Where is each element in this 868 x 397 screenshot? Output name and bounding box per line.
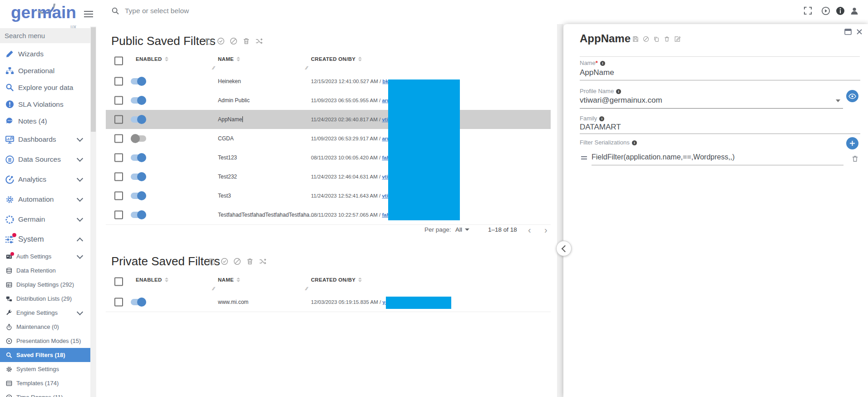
row-checkbox[interactable] <box>114 77 123 86</box>
save-icon[interactable] <box>632 36 639 42</box>
column-resize-handle[interactable]: // <box>305 65 308 70</box>
column-resize-handle[interactable]: // <box>212 65 215 70</box>
add-serialization-button[interactable] <box>846 137 858 149</box>
close-icon[interactable] <box>856 29 863 35</box>
trash-icon[interactable] <box>242 37 250 45</box>
sidebar-scrollbar[interactable] <box>90 26 96 397</box>
disable-ban-icon[interactable] <box>233 258 241 265</box>
sidebar-search-input[interactable]: Search menu <box>0 28 90 43</box>
table-row[interactable]: www.mi.com 12/03/2023 05:19:15.835 AM / … <box>106 293 551 312</box>
sidebar-item-explore-your-data[interactable]: Explore your data <box>0 79 90 96</box>
table-row[interactable]: CGDA 11/09/2023 06:53:29.917 AM / arun <box>106 129 551 149</box>
table-row[interactable]: Test3 11/24/2023 12:52:41.643 AM / vtiw <box>106 186 551 206</box>
column-header-enabled[interactable]: ENABLED <box>136 277 168 283</box>
sidebar-item-engine-settings[interactable]: Engine Settings <box>0 306 90 320</box>
user-profile-icon[interactable] <box>850 6 859 15</box>
sidebar-item-sla-violations[interactable]: SLA Violations <box>0 96 90 113</box>
info-icon[interactable] <box>836 6 845 15</box>
fullscreen-icon[interactable] <box>804 6 813 15</box>
serialization-input[interactable]: FieldFilter(application.name,==,Wordpres… <box>592 153 735 161</box>
table-row[interactable]: Admin Public 11/09/2023 06:55:05.955 AM … <box>106 91 551 110</box>
column-header-created[interactable]: CREATED ON/BY <box>311 277 362 283</box>
column-header-name[interactable]: NAME <box>218 56 240 62</box>
row-checkbox[interactable] <box>114 115 123 124</box>
select-all-checkbox[interactable] <box>114 278 123 286</box>
shuffle-icon[interactable] <box>259 258 266 265</box>
sidebar-item-saved-filters[interactable]: Saved Filters (18) <box>0 348 90 362</box>
row-checkbox[interactable] <box>114 211 123 219</box>
sidebar-item-data-sources[interactable]: Data Sources <box>0 149 90 169</box>
sidebar-item-notes[interactable]: Notes (4) <box>0 113 90 129</box>
table-row[interactable]: Heineken 12/15/2023 12:41:00.527 AM / bk… <box>106 72 551 91</box>
sidebar-item-operational[interactable]: Operational <box>0 62 90 79</box>
sidebar-item-maintenance[interactable]: Maintenance (0) <box>0 320 90 334</box>
enabled-toggle[interactable] <box>131 154 146 161</box>
filter-name-editing[interactable]: AppName <box>218 116 243 123</box>
trash-icon[interactable] <box>246 258 254 265</box>
sidebar-item-time-ranges[interactable]: Time Ranges (11) <box>0 390 90 397</box>
name-field-input[interactable]: AppName <box>580 68 614 77</box>
panel-collapse-button[interactable] <box>556 241 572 256</box>
info-icon[interactable]: i <box>632 140 637 145</box>
enabled-toggle[interactable] <box>131 78 146 84</box>
family-field-input[interactable]: DATAMART <box>580 123 621 132</box>
column-header-enabled[interactable]: ENABLED <box>136 56 168 62</box>
enabled-toggle[interactable] <box>131 97 146 104</box>
column-resize-handle[interactable]: // <box>305 286 308 291</box>
shuffle-icon[interactable] <box>255 37 263 45</box>
copy-icon[interactable] <box>208 258 216 265</box>
table-row[interactable]: TestfahadTestfahadTestfahadTestfaha... 0… <box>106 205 551 225</box>
table-row-selected[interactable]: AppName 11/24/2023 02:36:40.817 AM / vti… <box>106 110 551 129</box>
play-circle-icon[interactable] <box>821 6 830 15</box>
table-row[interactable]: Test123 08/11/2023 10:06:05.420 AM / fah… <box>106 148 551 168</box>
chevron-down-icon[interactable] <box>836 99 840 102</box>
column-header-name[interactable]: NAME <box>218 277 240 283</box>
trash-icon[interactable] <box>664 36 670 42</box>
sidebar-item-system-settings[interactable]: System Settings <box>0 362 90 376</box>
info-icon[interactable]: i <box>616 89 621 94</box>
sidebar-item-wizards[interactable]: Wizards <box>0 45 90 62</box>
delete-serialization-icon[interactable] <box>851 155 859 163</box>
column-resize-handle[interactable]: // <box>212 286 215 291</box>
hamburger-menu-icon[interactable] <box>84 9 93 16</box>
copy-icon[interactable] <box>204 37 212 45</box>
copy-icon[interactable] <box>653 36 660 42</box>
edit-icon[interactable] <box>674 36 681 42</box>
sidebar-item-presentation-modes[interactable]: Presentation Modes (15) <box>0 334 90 348</box>
enabled-toggle[interactable] <box>131 299 146 305</box>
sidebar-item-display-settings[interactable]: Display Settings (292) <box>0 278 90 292</box>
disable-ban-icon[interactable] <box>643 36 649 42</box>
enabled-toggle[interactable] <box>131 174 146 180</box>
enable-check-icon[interactable] <box>217 37 225 45</box>
select-all-checkbox[interactable] <box>114 57 123 65</box>
sidebar-item-data-retention[interactable]: Data Retention <box>0 263 90 278</box>
table-row[interactable]: Test232 11/24/2023 12:46:04.631 AM / vti… <box>106 167 551 187</box>
sidebar-item-distribution-lists[interactable]: Distribution Lists (29) <box>0 292 90 306</box>
enabled-toggle[interactable] <box>131 193 146 199</box>
enabled-toggle[interactable] <box>131 212 146 218</box>
info-icon[interactable]: i <box>600 61 605 66</box>
per-page-select[interactable]: All <box>455 226 469 233</box>
profile-field-select[interactable]: vtiwari@germainux.com <box>580 96 662 105</box>
sidebar-item-analytics[interactable]: Analytics <box>0 169 90 189</box>
prev-page-icon[interactable]: ‹ <box>528 225 531 234</box>
enabled-toggle[interactable] <box>131 135 146 142</box>
enable-check-icon[interactable] <box>221 258 228 265</box>
eye-preview-button[interactable] <box>846 90 858 102</box>
enabled-toggle[interactable] <box>131 116 146 123</box>
row-checkbox[interactable] <box>114 298 123 307</box>
sidebar-item-system[interactable]: System <box>0 229 90 249</box>
column-header-created[interactable]: CREATED ON/BY <box>311 56 362 62</box>
next-page-icon[interactable]: › <box>544 225 547 234</box>
row-checkbox[interactable] <box>114 173 123 181</box>
logo[interactable]: germain ux <box>11 4 79 22</box>
sidebar-item-dashboards[interactable]: Dashboards <box>0 129 90 149</box>
sidebar-item-germain[interactable]: Germain <box>0 209 90 229</box>
info-icon[interactable]: i <box>599 116 604 121</box>
row-checkbox[interactable] <box>114 192 123 200</box>
drag-handle-icon[interactable] <box>581 155 587 161</box>
sidebar-item-automation[interactable]: Automation <box>0 189 90 209</box>
sidebar-item-auth-settings[interactable]: Auth Settings <box>0 249 90 263</box>
row-checkbox[interactable] <box>114 134 123 143</box>
content-scrollbar[interactable] <box>557 24 563 397</box>
